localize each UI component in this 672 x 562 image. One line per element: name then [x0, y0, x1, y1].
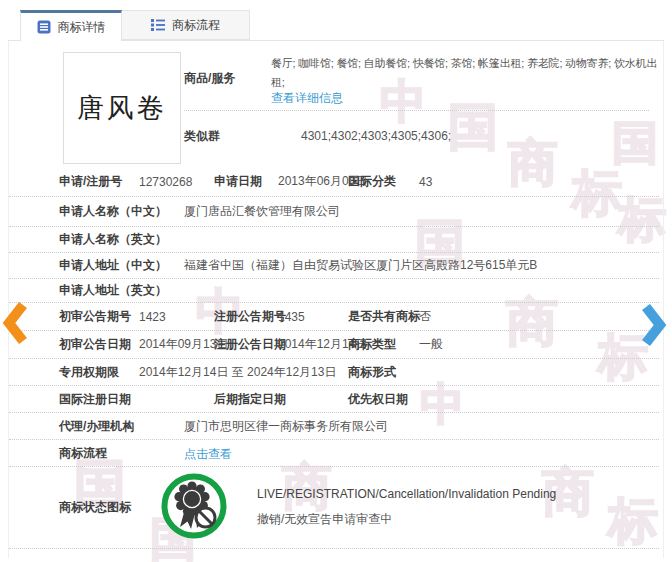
intl-reg-date-label: 国际注册日期: [59, 391, 214, 408]
table-row-status: 商标状态图标: [9, 467, 659, 549]
app-date-label: 申请日期: [214, 173, 278, 190]
applicant-addr-en-label: 申请人地址（英文）: [59, 282, 184, 299]
table-row-agency: 代理/办理机构 厦门市思明区律一商标事务所有限公司: [9, 413, 659, 440]
detail-rows: 申请/注册号 12730268 申请日期 2013年06月08日 国际分类 43…: [9, 167, 659, 549]
applicant-name-en-label: 申请人名称（英文）: [59, 231, 184, 248]
process-label: 商标流程: [59, 445, 184, 462]
intl-class-label: 国际分类: [348, 173, 419, 190]
similar-group-label: 类似群: [184, 128, 220, 145]
first-pub-no-value: 1423: [139, 310, 214, 324]
app-date-value: 2013年06月08日: [278, 173, 348, 190]
validity-value: 2014年12月14日 至 2024年12月13日: [139, 364, 348, 381]
next-arrow-button[interactable]: [641, 302, 667, 352]
status-icon-label: 商标状态图标: [59, 499, 161, 516]
app-no-value: 12730268: [139, 175, 214, 189]
tab-label: 商标详情: [58, 19, 106, 36]
details-list-icon: [37, 20, 51, 34]
similar-group-value: 4301;4302;4303;4305;4306;: [301, 129, 451, 143]
table-row-process: 商标流程 点击查看: [9, 440, 659, 467]
tab-label: 商标流程: [172, 17, 220, 34]
trademark-detail-panel: 唐风卷 商品/服务 餐厅; 咖啡馆; 餐馆; 自助餐馆; 快餐馆; 茶馆; 帐篷…: [8, 40, 664, 558]
reg-pub-date-label: 注册公告日期: [214, 336, 278, 353]
goods-services-value: 餐厅; 咖啡馆; 餐馆; 自助餐馆; 快餐馆; 茶馆; 帐篷出租; 养老院; 动…: [271, 54, 663, 92]
late-designation-date-label: 后期指定日期: [214, 391, 348, 408]
applicant-addr-cn-label: 申请人地址（中文）: [59, 257, 184, 274]
tm-type-value: 一般: [419, 336, 659, 353]
applicant-addr-cn-value: 福建省中国（福建）自由贸易试验区厦门片区高殿路12号615单元B: [184, 257, 659, 274]
view-details-link[interactable]: 查看详细信息: [271, 90, 343, 107]
table-row-application: 申请/注册号 12730268 申请日期 2013年06月08日 国际分类 43: [9, 167, 659, 197]
table-row-validity: 专用权期限 2014年12月14日 至 2024年12月13日 商标形式: [9, 359, 659, 386]
table-row-addr-cn: 申请人地址（中文） 福建省中国（福建）自由贸易试验区厦门片区高殿路12号615单…: [9, 253, 659, 279]
trademark-image: 唐风卷: [63, 52, 181, 164]
applicant-name-cn-value: 厦门唐品汇餐饮管理有限公司: [184, 203, 659, 220]
table-row-addr-en: 申请人地址（英文）: [9, 279, 659, 303]
agency-label: 代理/办理机构: [59, 418, 184, 435]
app-no-label: 申请/注册号: [59, 173, 139, 190]
first-pub-no-label: 初审公告期号: [59, 308, 139, 325]
table-row-name-cn: 申请人名称（中文） 厦门唐品汇餐饮管理有限公司: [9, 197, 659, 227]
tab-trademark-process[interactable]: 商标流程: [122, 10, 250, 40]
first-pub-date-label: 初审公告日期: [59, 336, 139, 353]
agency-value: 厦门市思明区律一商标事务所有限公司: [184, 418, 659, 435]
shared-mark-value: 否: [419, 308, 659, 325]
table-row-name-en: 申请人名称（英文）: [9, 227, 659, 253]
priority-date-label: 优先权日期: [348, 391, 419, 408]
tab-bar: 商标详情 商标流程: [20, 10, 250, 41]
status-line-chinese: 撤销/无效宣告申请审查中: [257, 511, 556, 528]
reg-pub-no-label: 注册公告期号: [214, 308, 278, 325]
intl-class-value: 43: [419, 175, 659, 189]
table-row-intl-dates: 国际注册日期 后期指定日期 优先权日期: [9, 386, 659, 413]
applicant-name-cn-label: 申请人名称（中文）: [59, 203, 184, 220]
divider: [184, 110, 649, 111]
trademark-name: 唐风卷: [77, 90, 167, 126]
reg-pub-date-value: 2014年12月14日: [278, 336, 348, 353]
reg-pub-no-value: 1435: [278, 310, 348, 324]
status-text-block: LIVE/REGISTRATION/Cancellation/Invalidat…: [257, 487, 556, 528]
tm-type-label: 商标类型: [348, 336, 419, 353]
table-row-pub-date: 初审公告日期 2014年09月13日 注册公告日期 2014年12月14日 商标…: [9, 331, 659, 359]
status-line-english: LIVE/REGISTRATION/Cancellation/Invalidat…: [257, 487, 556, 501]
validity-label: 专用权期限: [59, 364, 139, 381]
process-list-icon: [151, 18, 165, 32]
click-to-view-link[interactable]: 点击查看: [184, 447, 232, 461]
shared-mark-label: 是否共有商标: [348, 308, 419, 325]
table-row-pub-no: 初审公告期号 1423 注册公告期号 1435 是否共有商标 否: [9, 303, 659, 331]
tab-trademark-details[interactable]: 商标详情: [20, 10, 122, 41]
tm-form-label: 商标形式: [348, 364, 419, 381]
trademark-status-icon: [161, 473, 227, 543]
first-pub-date-value: 2014年09月13日: [139, 336, 214, 353]
previous-arrow-button[interactable]: [2, 300, 28, 350]
goods-services-label: 商品/服务: [184, 70, 235, 87]
